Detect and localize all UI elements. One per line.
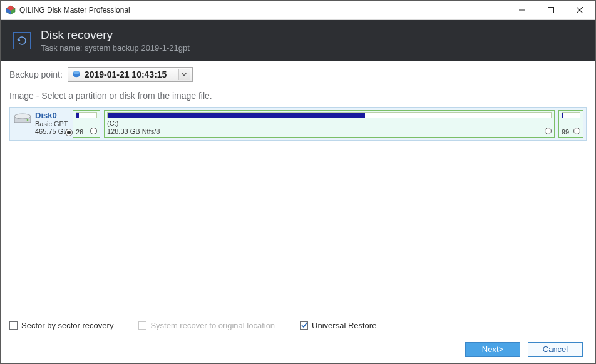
disk-list: Disk0 Basic GPT 465.75 GB 26 (C:) 128.33… [1, 107, 595, 141]
partition-1-radio[interactable] [545, 128, 552, 134]
app-icon [6, 5, 16, 15]
svg-point-10 [14, 114, 31, 119]
svg-rect-4 [548, 8, 554, 13]
disk-small-icon [72, 70, 81, 79]
backup-point-value: 2019-01-21 10:43:15 [85, 69, 175, 79]
chevron-down-icon [178, 69, 190, 80]
backup-point-select[interactable]: 2019-01-21 10:43:15 [68, 67, 193, 82]
partition-1[interactable]: (C:) 128.33 GB Ntfs/8 [104, 110, 555, 138]
partition-2-radio[interactable] [573, 128, 580, 134]
partition-2-size: 99 [562, 128, 569, 136]
checkbox-system-original: System recover to original location [138, 321, 275, 330]
recovery-icon [13, 32, 31, 49]
checkbox-sector-recovery[interactable]: Sector by sector recovery [9, 321, 113, 330]
disk-radio[interactable] [65, 129, 73, 136]
disk-size: 465.75 GB [35, 128, 68, 135]
title-bar: QILING Disk Master Professional [1, 1, 595, 20]
checkbox-universal-label: Universal Restore [312, 321, 376, 330]
partition-1-label: (C:) [107, 119, 552, 128]
backup-point-label: Backup point: [9, 69, 63, 79]
partition-0-size: 26 [76, 128, 83, 136]
close-button[interactable] [565, 1, 594, 19]
recovery-options: Sector by sector recovery System recover… [1, 316, 595, 335]
hdd-icon [14, 111, 31, 125]
disk-row[interactable]: Disk0 Basic GPT 465.75 GB 26 (C:) 128.33… [9, 107, 587, 141]
page-title: Disk recovery [41, 28, 190, 42]
partition-0-radio[interactable] [90, 128, 97, 134]
partition-1-size: 128.33 GB Ntfs/8 [107, 128, 552, 136]
cancel-button[interactable]: Cancel [528, 342, 583, 357]
instruction-text: Image - Select a partition or disk from … [1, 86, 595, 107]
maximize-button[interactable] [537, 1, 565, 19]
disk-info[interactable]: Disk0 Basic GPT 465.75 GB [13, 110, 69, 138]
svg-point-11 [27, 119, 29, 121]
task-name: Task name: system backup 2019-1-21gpt [41, 43, 190, 53]
disk-type: Basic GPT [35, 120, 68, 128]
svg-point-8 [73, 71, 80, 74]
footer: Next> Cancel [1, 335, 595, 363]
backup-point-row: Backup point: 2019-01-21 10:43:15 [1, 63, 595, 86]
partition-0[interactable]: 26 [73, 110, 100, 138]
window-title: QILING Disk Master Professional [19, 6, 508, 14]
partition-2[interactable]: 99 [558, 110, 583, 138]
minimize-button[interactable] [508, 1, 537, 19]
checkbox-system-label: System recover to original location [150, 321, 275, 330]
checkbox-universal-restore[interactable]: Universal Restore [300, 321, 376, 330]
page-header: Disk recovery Task name: system backup 2… [1, 20, 595, 61]
disk-name: Disk0 [35, 111, 68, 120]
next-button[interactable]: Next> [465, 342, 520, 357]
checkbox-sector-label: Sector by sector recovery [21, 321, 113, 330]
